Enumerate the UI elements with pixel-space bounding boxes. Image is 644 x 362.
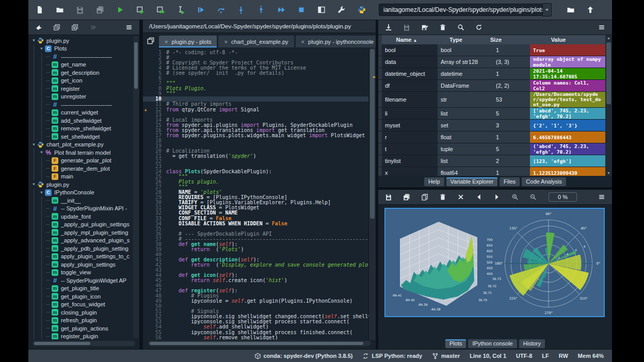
code-line-5[interactable]: 5# (see spyder/__init__.py for details) <box>143 71 369 76</box>
outline-item-get-focus-widget[interactable]: mget_focus_widget <box>28 301 139 309</box>
save-as-icon[interactable] <box>420 23 429 32</box>
expander-icon[interactable]: ▼ <box>30 182 37 187</box>
variable-row-li[interactable]: li list 5 ['abcd', 745, 2.23, 'efgh', 70… <box>378 108 605 120</box>
status-line[interactable]: Line 10, Col 1 <box>470 353 506 359</box>
expander-icon[interactable]: ▼ <box>38 46 45 51</box>
status-rw[interactable]: RW <box>559 353 568 359</box>
save-all-icon[interactable] <box>402 192 411 202</box>
editor-tab-2[interactable]: ×plugin.py - ipythonconsole <box>296 36 380 47</box>
menu-icon[interactable] <box>597 192 606 202</box>
code-line-14[interactable]: 14# Local imports <box>143 118 369 123</box>
tab-close-icon[interactable]: × <box>165 39 168 45</box>
search-icon[interactable] <box>456 23 465 32</box>
code-line-22[interactable]: 22 <box>143 159 369 164</box>
run-icon[interactable] <box>115 5 125 15</box>
save-icon[interactable] <box>75 5 85 15</box>
column-header-value[interactable]: Value <box>511 37 605 43</box>
code-line-2[interactable]: 2# <box>143 55 369 60</box>
code-line-28[interactable]: 28 NAME = 'plots' <box>143 190 369 195</box>
outline-item-unregister[interactable]: munregister <box>28 93 139 101</box>
outline-item--apply-gui-plugin-settings[interactable]: m_apply_gui_plugin_settings <box>28 221 139 229</box>
editor-tab-1[interactable]: ×chart_plot_example.py <box>218 36 294 47</box>
arrow-left-icon[interactable] <box>474 192 484 202</box>
code-line-50[interactable]: 50 <box>143 304 369 309</box>
variable-row-bool[interactable]: bool bool 1 True <box>378 44 605 56</box>
goto-cursor-icon[interactable] <box>34 23 43 32</box>
tab-close-icon[interactable]: × <box>224 39 227 45</box>
variable-row-x[interactable]: x float64 1 1.1235123099439 <box>378 167 605 176</box>
code-line-16[interactable]: 16from spyder.api.translations import ge… <box>143 128 369 133</box>
outline-item-toggle-view[interactable]: mtoggle_view <box>28 269 139 277</box>
column-header-size[interactable]: Size <box>480 37 511 43</box>
status-lsp[interactable]: LSP Python: ready <box>362 353 422 359</box>
preferences-icon[interactable] <box>336 5 347 15</box>
status-mem[interactable]: Mem 64% <box>578 353 604 359</box>
tab-files[interactable]: Files <box>500 177 520 186</box>
status-utf-8[interactable]: UTF-8 <box>516 353 532 359</box>
working-directory-input[interactable]: ianitagomez/Local/Dev-Spyder/spyder/spyd… <box>379 4 543 16</box>
variable-table-scrollbar[interactable]: ▲▼ <box>605 35 612 176</box>
code-line-12[interactable]: ▲12from qtpy.QtCore import Signal <box>143 107 369 112</box>
variable-row-df[interactable]: df DataFrame (2, 2) Column names: Col1, … <box>378 80 605 92</box>
code-line-46[interactable]: 46 <box>143 283 369 288</box>
editor-code-area[interactable]: 1# -*- coding: utf-8 -*-2#3# Copyright ©… <box>143 47 376 340</box>
code-line-11[interactable]: 11# Third party imports <box>143 102 369 107</box>
code-line-36[interactable]: 36 # --- SpyderDockablePlugin API <box>143 232 369 237</box>
up-arrow-icon[interactable] <box>585 5 595 15</box>
outline-item--init-[interactable]: m__init__ <box>28 196 139 205</box>
step-into-icon[interactable] <box>236 5 246 15</box>
collapse-all-icon[interactable] <box>52 23 61 32</box>
code-line-37[interactable]: 37 # -----------------------------------… <box>143 237 369 242</box>
code-line-55[interactable]: 55 ipyconsole.sig_shellwidget_process_fi… <box>143 330 369 335</box>
copy-icon[interactable] <box>420 192 429 202</box>
outline-item-register-plugin[interactable]: mregister_plugin <box>28 333 139 340</box>
outline-item-get-name[interactable]: mget_name <box>28 61 139 69</box>
status-lf[interactable]: LF <box>542 353 549 359</box>
code-line-32[interactable]: 32 CONF_SECTION = NAME <box>143 210 369 216</box>
outline-item--apply-advanced-plugin-s[interactable]: m_apply_advanced_plugin_s <box>28 237 139 245</box>
outline-item-get-plugin-actions[interactable]: mget_plugin_actions <box>28 324 139 333</box>
splitter-outline-editor[interactable] <box>139 20 143 349</box>
outline-item-generate-polar-plot[interactable]: Fgenerate_polar_plot <box>28 157 139 165</box>
outline-item-apply-plugin-settings[interactable]: mapply_plugin_settings <box>28 260 139 269</box>
chevrons-icon[interactable] <box>88 23 98 32</box>
code-line-20[interactable]: 20# Localization <box>143 149 369 154</box>
code-line-9[interactable]: 9""" <box>143 91 369 96</box>
code-line-45[interactable]: 45 return self.create_icon('hist') <box>143 278 369 283</box>
variable-value[interactable]: {'2', '1', '3'} <box>530 120 605 131</box>
code-line-23[interactable]: 23 <box>143 164 369 169</box>
code-line-15[interactable]: 15from spyder.api.plugins import Plugins… <box>143 123 369 128</box>
code-line-7[interactable]: 7""" <box>143 81 369 86</box>
code-line-13[interactable]: 13 <box>143 112 369 118</box>
outline-vertical-scrollbar[interactable] <box>133 36 139 338</box>
code-line-33[interactable]: 33 CONF_FILE = False <box>143 216 369 221</box>
code-line-54[interactable]: 54 self.add_shellwidget) <box>143 324 369 330</box>
menu-icon[interactable] <box>597 23 606 32</box>
variable-value[interactable]: /Users/Documents/spyder/spyder/tests, te… <box>530 92 605 107</box>
variable-row-datetime_object[interactable]: datetime_object datetime 1 2021-04-14 17… <box>378 68 605 80</box>
variable-value[interactable]: [123, 'efgh'] <box>530 155 605 167</box>
variable-value[interactable]: 2021-04-14 17:35:14.687085 <box>530 68 605 79</box>
maximize-pane-icon[interactable] <box>316 5 327 15</box>
editor-horizontal-scrollbar[interactable] <box>148 341 371 346</box>
outline-item-generate-dem-plot[interactable]: Fgenerate_dem_plot <box>28 164 139 173</box>
outline-item-remove-shellwidget[interactable]: mremove_shellwidget <box>28 125 139 133</box>
import-icon[interactable] <box>384 23 393 32</box>
tab-code-analysis[interactable]: Code Analysis <box>522 177 566 186</box>
arrow-right-icon[interactable] <box>492 192 502 202</box>
run-cell-icon[interactable] <box>135 5 146 15</box>
code-line-40[interactable]: 40 <box>143 252 369 257</box>
continue-icon[interactable] <box>276 5 286 15</box>
editor-vertical-scrollbar[interactable] <box>368 47 376 340</box>
outline-item--spyderpluginmixin-api-[interactable]: #-- SpyderPluginMixin API - <box>28 205 139 213</box>
tab-close-icon[interactable]: × <box>301 39 304 45</box>
variable-row-tinylist[interactable]: tinylist list 2 [123, 'efgh'] <box>378 155 605 167</box>
variable-value[interactable]: ['abcd', 745, 2.23, 'efgh', 70.2] <box>530 108 605 119</box>
outline-item-apply-plugin-settings-to-c[interactable]: mapply_plugin_settings_to_c <box>28 253 139 261</box>
variable-row-myset[interactable]: myset set 3 {'2', '1', '3'} <box>378 120 605 131</box>
zoom-in-icon[interactable] <box>510 192 520 202</box>
plot-thumbnail-selected[interactable]: 70065060055050045040036.7336.7236.7136.7… <box>384 208 605 317</box>
zoom-out-icon[interactable] <box>528 192 538 202</box>
outline-item-get-description[interactable]: mget_description <box>28 69 139 77</box>
variable-value[interactable]: ('abcd', 745, 2.23, 'efgh', 70.2) <box>530 143 605 155</box>
